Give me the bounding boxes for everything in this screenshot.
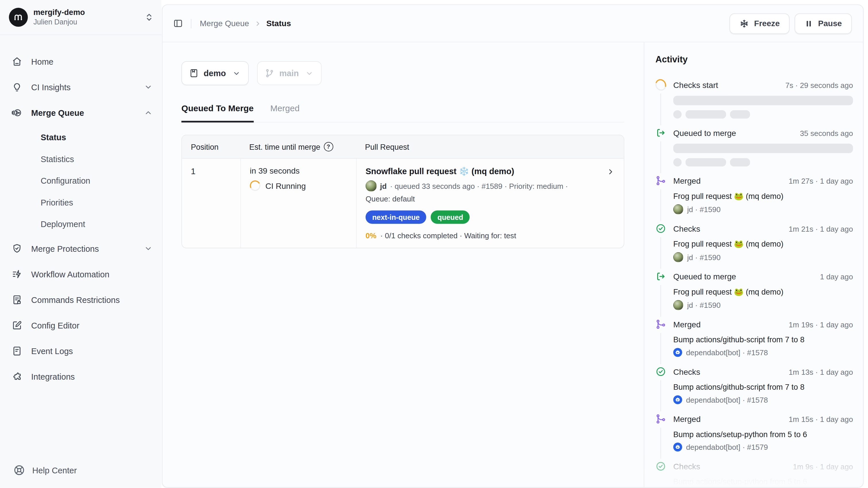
activity-time: 1m 19s · 1 day ago <box>789 320 853 329</box>
byline-text: jd · #1590 <box>687 253 720 261</box>
tab-merged[interactable]: Merged <box>270 104 300 122</box>
activity-byline: dependabot[bot] · #1579 <box>673 442 853 452</box>
byline-text: dependabot[bot] · #1579 <box>686 443 768 451</box>
activity-label: Checks <box>673 368 700 376</box>
branch-value: main <box>279 68 299 78</box>
activity-pr-title[interactable]: Bump actions/setup-python from 5 to 6 <box>673 430 853 439</box>
pr-title-row: Snowflake pull request ❄️ (mq demo) <box>366 166 615 176</box>
breadcrumb-current: Status <box>266 19 291 28</box>
help-center-link[interactable]: Help Center <box>0 464 161 488</box>
skeleton-row <box>673 110 853 119</box>
sidebar-item-event-logs[interactable]: Event Logs <box>11 341 153 361</box>
sidebar-item-commands-restrictions[interactable]: Commands Restrictions <box>11 290 153 309</box>
activity-time: 1m 15s · 1 day ago <box>789 415 853 423</box>
sidebar-item-ci-insights[interactable]: CI Insights <box>11 77 153 96</box>
activity-byline: dependabot[bot] · #1578 <box>673 348 853 357</box>
git-merge-icon <box>655 175 666 186</box>
table-row[interactable]: 1 in 39 seconds CI Running Snowfl <box>182 159 624 248</box>
tab-queued-to-merge[interactable]: Queued To Merge <box>182 104 254 122</box>
activity-item[interactable]: Merged 1m 19s · 1 day ago Bump actions/g… <box>655 319 853 357</box>
activity-item[interactable]: Queued to merge 1 day ago Frog pull requ… <box>655 271 853 310</box>
sidebar-item-label: Event Logs <box>31 346 73 355</box>
org-owner: Julien Danjou <box>33 18 139 26</box>
sidebar-item-merge-protections[interactable]: Merge Protections <box>11 239 153 258</box>
avatar <box>673 252 683 262</box>
column-est-time: Est. time until merge <box>240 135 356 158</box>
sidebar-item-label: Integrations <box>31 372 75 381</box>
file-text-icon <box>11 345 22 356</box>
dependabot-icon <box>673 348 682 357</box>
label-badge[interactable]: next-in-queue <box>366 210 427 224</box>
sidebar-nav: Home CI Insights <box>0 35 161 464</box>
pr-labels: next-in-queue queued <box>366 210 615 224</box>
dependabot-icon <box>673 395 682 404</box>
activity-pr-title[interactable]: Bump actions/github-script from 7 to 8 <box>673 335 853 344</box>
sidebar-item-label: Config Editor <box>31 320 79 330</box>
skeleton-bar <box>673 144 853 153</box>
sidebar-item-config-editor[interactable]: Config Editor <box>11 316 153 335</box>
timeline-rail <box>655 271 666 310</box>
branch-select[interactable]: main <box>257 61 322 85</box>
activity-panel: Activity Checks start 7s · 29 seconds ag… <box>644 42 863 487</box>
activity-label: Queued to merge <box>673 272 736 281</box>
breadcrumb-parent[interactable]: Merge Queue <box>199 19 249 28</box>
activity-item[interactable]: Checks 1m 13s · 1 day ago Bump actions/g… <box>655 367 853 405</box>
freeze-button[interactable]: Freeze <box>730 13 789 34</box>
filters-row: demo main <box>182 61 624 85</box>
activity-pr-title[interactable]: Frog pull request 🐸 (mq demo) <box>673 192 853 200</box>
activity-title: Activity <box>655 55 853 65</box>
activity-label: Merged <box>673 320 701 329</box>
label-badge[interactable]: queued <box>431 210 470 224</box>
sidebar-subitem-configuration[interactable]: Configuration <box>11 172 153 189</box>
sidebar-subitem-deployment[interactable]: Deployment <box>11 216 153 232</box>
activity-item[interactable]: Checks 1m 9s · 1 day ago Bump actions/se… <box>655 461 853 487</box>
check-circle-icon <box>655 367 666 377</box>
sidebar-subitem-status[interactable]: Status <box>11 128 153 145</box>
activity-item[interactable]: Checks 1m 21s · 1 day ago Frog pull requ… <box>655 223 853 262</box>
progress-percent: 0% <box>366 232 377 240</box>
help-circle-icon[interactable] <box>324 142 333 151</box>
activity-time: 7s · 29 seconds ago <box>785 81 853 89</box>
activity-item[interactable]: Merged 1m 27s · 1 day ago Frog pull requ… <box>655 175 853 214</box>
checks-progress: 0% · 0/1 checks completed · Waiting for:… <box>366 232 615 240</box>
activity-item[interactable]: Merged 1m 15s · 1 day ago Bump actions/s… <box>655 413 853 452</box>
pause-label: Pause <box>818 19 842 28</box>
sidebar-item-workflow-automation[interactable]: Workflow Automation <box>11 264 153 283</box>
activity-item[interactable]: Checks start 7s · 29 seconds ago <box>655 80 853 119</box>
sidebar-subitem-statistics[interactable]: Statistics <box>11 150 153 167</box>
timeline-rail <box>655 367 666 405</box>
position-value: 1 <box>182 159 240 248</box>
queued-icon <box>655 127 666 138</box>
activity-pr-title[interactable]: Bump actions/setup-python from 5 to 6 <box>673 477 853 486</box>
repository-select[interactable]: demo <box>182 61 249 85</box>
chevron-right-icon[interactable] <box>607 166 615 176</box>
activity-time: 35 seconds ago <box>800 129 853 137</box>
chevrons-up-down-icon <box>145 13 154 22</box>
activity-pr-title[interactable]: Bump actions/github-script from 7 to 8 <box>673 382 853 392</box>
header-divider <box>191 19 191 28</box>
org-switcher[interactable]: mergify-demo Julien Danjou <box>0 0 161 35</box>
activity-pr-title[interactable]: Frog pull request 🐸 (mq demo) <box>673 239 853 248</box>
sidebar-item-home[interactable]: Home <box>11 52 153 71</box>
progress-rest: · 0/1 checks completed · Waiting for: te… <box>380 232 516 240</box>
activity-time: 1m 27s · 1 day ago <box>789 177 853 185</box>
subitem-label: Status <box>40 132 66 142</box>
sidebar-subitem-priorities[interactable]: Priorities <box>11 194 153 210</box>
activity-pr-title[interactable]: Frog pull request 🐸 (mq demo) <box>673 287 853 296</box>
sidebar-item-label: Commands Restrictions <box>31 295 120 304</box>
pause-button[interactable]: Pause <box>795 13 852 34</box>
sidebar-toggle-icon[interactable] <box>173 19 183 28</box>
byline-text: dependabot[bot] · #1578 <box>686 348 768 357</box>
queued-icon <box>655 271 666 282</box>
activity-label: Queued to merge <box>673 128 736 137</box>
sidebar-item-label: CI Insights <box>31 82 70 92</box>
activity-item[interactable]: Queued to merge 35 seconds ago <box>655 127 853 167</box>
sidebar-item-merge-queue[interactable]: Merge Queue <box>11 103 153 122</box>
card-body: demo main <box>162 42 863 487</box>
sidebar-item-integrations[interactable]: Integrations <box>11 367 153 386</box>
top-header: Merge Queue Status Freeze <box>162 5 863 42</box>
activity-label: Merged <box>673 176 701 185</box>
chevron-down-icon <box>144 244 153 252</box>
subitem-label: Configuration <box>40 176 90 185</box>
mergify-logo <box>9 8 28 27</box>
